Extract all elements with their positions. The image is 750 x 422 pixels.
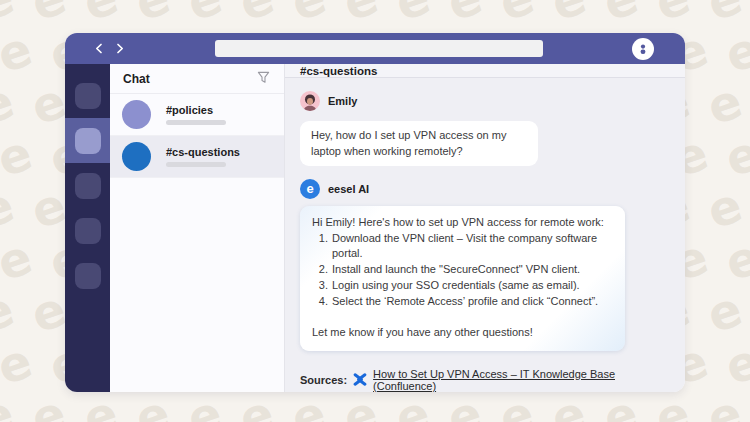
channel-panel: Chat #policies #cs-questions	[110, 64, 285, 392]
window-body: Chat #policies #cs-questions	[65, 64, 685, 392]
app-rail	[65, 64, 110, 392]
titlebar	[65, 33, 685, 64]
sources-label: Sources:	[300, 374, 347, 386]
chat-content: Emily Hey, how do I set up VPN access on…	[285, 78, 685, 392]
ai-answer-step: 3. Login using your SSO credentials (sam…	[312, 278, 613, 294]
rail-item-1[interactable]	[65, 73, 110, 118]
nav-controls	[93, 43, 125, 55]
channel-avatar	[122, 142, 151, 171]
ai-answer-step: 4. Select the ‘Remote Access’ profile an…	[312, 294, 613, 310]
channel-row-policies[interactable]: #policies	[110, 94, 284, 136]
app-icon	[75, 128, 101, 154]
channel-panel-title: Chat	[123, 72, 150, 86]
ai-answer-outro: Let me know if you have any other questi…	[312, 325, 613, 341]
profile-icon[interactable]	[632, 38, 654, 60]
stage: eeeeeeeeeeeeeeeeeeeeeeeeeeeeeeeeeeeeeeee…	[0, 0, 750, 422]
channel-panel-header: Chat	[110, 64, 284, 94]
app-icon	[75, 83, 101, 109]
user-message-bubble: Hey, how do I set up VPN access on my la…	[300, 121, 538, 166]
filter-icon[interactable]	[257, 70, 270, 88]
forward-chevron-icon[interactable]	[113, 43, 125, 55]
search-bar[interactable]	[215, 40, 543, 57]
channel-placeholder-bar	[166, 120, 226, 125]
chat-area: #cs-questions Emily Hey, how do I set	[285, 64, 685, 392]
app-icon	[75, 263, 101, 289]
ai-message-block: e eesel AI Hi Emily! Here's how to set u…	[300, 179, 670, 392]
ai-answer-intro: Hi Emily! Here's how to set up VPN acces…	[312, 215, 613, 231]
ai-answer-card: Hi Emily! Here's how to set up VPN acces…	[300, 206, 625, 351]
rail-item-2-selected[interactable]	[65, 118, 110, 163]
rail-item-5[interactable]	[65, 253, 110, 298]
user-message-author-row: Emily	[300, 91, 670, 111]
channel-name: #policies	[166, 104, 226, 116]
back-chevron-icon[interactable]	[93, 43, 105, 55]
user-message-author: Emily	[328, 95, 357, 107]
ai-message-author-row: e eesel AI	[300, 179, 670, 199]
ai-answer-step: 2. Install and launch the "SecureConnect…	[312, 262, 613, 278]
ai-message-author: eesel AI	[328, 183, 369, 195]
confluence-icon	[353, 373, 367, 388]
channel-avatar	[122, 100, 151, 129]
app-window: Chat #policies #cs-questions	[65, 33, 685, 392]
emily-avatar	[300, 91, 320, 111]
chat-header-title: #cs-questions	[285, 64, 685, 78]
source-link[interactable]: How to Set Up VPN Access – IT Knowledge …	[373, 368, 670, 392]
channel-row-cs-questions[interactable]: #cs-questions	[110, 136, 284, 178]
rail-item-3[interactable]	[65, 163, 110, 208]
ai-answer-step: 1. Download the VPN client – Visit the c…	[312, 231, 613, 262]
eesel-ai-avatar: e	[300, 179, 320, 199]
app-icon	[75, 173, 101, 199]
channel-placeholder-bar	[166, 162, 226, 167]
sources-row: Sources: How to Set Up VPN Access – IT K…	[300, 368, 670, 392]
channel-name: #cs-questions	[166, 146, 240, 158]
rail-item-4[interactable]	[65, 208, 110, 253]
app-icon	[75, 218, 101, 244]
